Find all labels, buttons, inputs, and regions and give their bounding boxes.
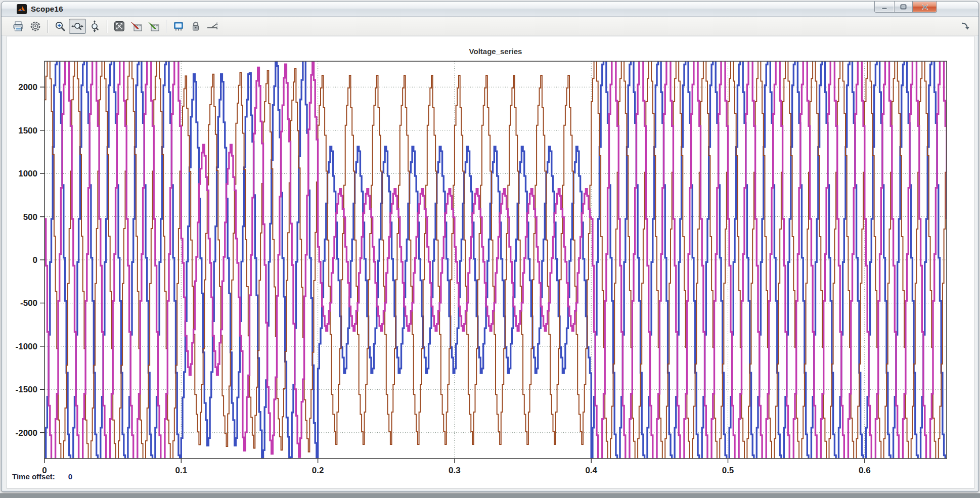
parameters-button[interactable] [27,19,44,34]
window-title: Scope16 [31,5,63,13]
chart-title: Voltage_series [469,47,522,56]
print-button[interactable] [10,19,27,34]
time-offset-label: Time offset: [12,472,55,481]
matlab-simulink-icon [17,4,27,14]
y-tick-label: 1000 [18,169,37,178]
y-tick-label: -500 [20,298,37,308]
x-tick-label: 0.1 [175,466,187,475]
y-tick-label: -1000 [16,342,37,351]
x-tick-label: 0.2 [312,466,324,475]
restore-axes-settings-button[interactable] [145,19,162,34]
screen-bottom-strip [0,493,980,498]
x-tick-label: 0.3 [449,466,461,475]
toolbar [2,17,978,35]
dock-figure-icon[interactable] [960,21,971,32]
x-tick-label: 0.4 [585,466,597,475]
close-button[interactable] [913,2,937,13]
scope-plot[interactable]: 00.10.20.30.40.50.6-2000-1500-1000-50005… [7,36,974,488]
zoom-x-axis-button[interactable] [69,19,86,34]
save-axes-settings-button[interactable] [128,19,145,34]
time-offset-value: 0 [68,472,72,481]
y-tick-label: 2000 [18,82,37,92]
zoom-y-axis-button[interactable] [86,19,103,34]
lock-axes-button[interactable] [187,19,204,34]
zoom-button[interactable] [52,19,69,34]
x-tick-label: 0.6 [859,466,871,475]
toolbar-separator [166,20,166,33]
toolbar-separator [48,20,48,33]
y-tick-label: -1500 [16,385,37,394]
signal-selection-button[interactable] [204,19,221,34]
figure-area: 00.10.20.30.40.50.6-2000-1500-1000-50005… [7,36,974,489]
autoscale-button[interactable] [111,19,128,34]
y-tick-label: 500 [23,212,37,222]
toolbar-separator [107,20,107,33]
titlebar[interactable]: Scope16 [2,2,978,17]
time-offset: Time offset:0 [12,472,72,481]
y-tick-label: 1500 [18,126,37,135]
minimize-button[interactable] [874,2,895,13]
waveforms [44,36,947,486]
y-tick-label: 0 [33,255,37,265]
desktop: Scope16 [0,0,980,498]
scope-window: Scope16 [1,1,979,492]
x-tick-label: 0.5 [722,466,734,475]
y-tick-label: -2000 [16,428,37,438]
window-controls [874,2,937,13]
floating-scope-button[interactable] [170,19,187,34]
maximize-button[interactable] [895,2,913,13]
